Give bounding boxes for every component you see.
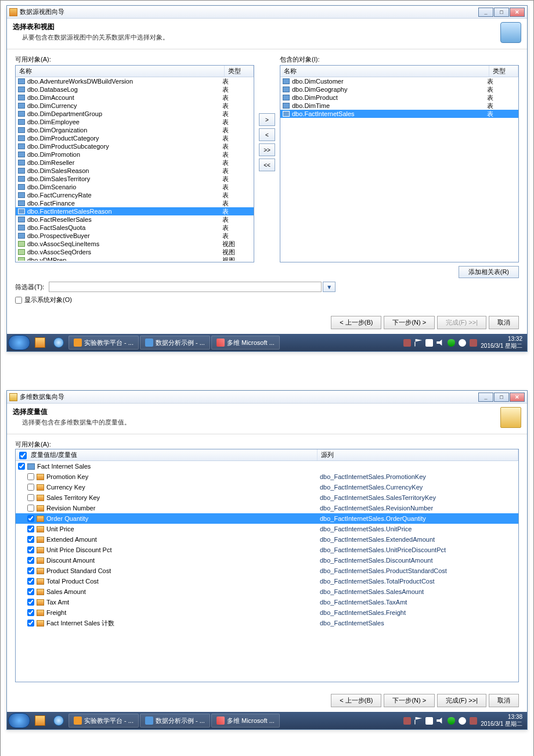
measure-checkbox[interactable] (27, 484, 34, 491)
taskbar-app-analysis[interactable]: 数据分析示例 - ... (140, 714, 210, 728)
measure-checkbox[interactable] (27, 505, 34, 512)
maximize-button[interactable]: □ (494, 393, 509, 402)
measure-row[interactable]: Promotion Keydbo_FactInternetSales.Promo… (16, 471, 518, 482)
tray-clock-icon[interactable] (459, 717, 466, 725)
move-left-button[interactable]: < (259, 128, 275, 141)
tray-disk-icon[interactable] (403, 339, 411, 347)
measure-checkbox[interactable] (27, 567, 34, 574)
measure-row[interactable]: Sales Amountdbo_FactInternetSales.SalesA… (16, 586, 518, 597)
table-row[interactable]: dbo.AdventureWorksDWBuildVersion表 (16, 77, 254, 85)
table-row[interactable]: dbo.DimEmployee表 (16, 118, 254, 126)
measure-row[interactable]: Freightdbo_FactInternetSales.Freight (16, 607, 518, 618)
table-row[interactable]: dbo.DimProductSubcategory表 (16, 142, 254, 150)
taskbar-app-msproject[interactable]: 多维 Microsoft ... (211, 714, 280, 728)
table-row[interactable]: dbo.FactCurrencyRate表 (16, 191, 254, 199)
table-row[interactable]: dbo.DimSalesTerritory表 (16, 175, 254, 183)
taskbar-app-lab[interactable]: 实验教学平台 - ... (68, 336, 139, 350)
close-button[interactable]: ✕ (510, 8, 525, 17)
group-checkbox[interactable] (18, 463, 25, 470)
select-all-checkbox[interactable] (19, 452, 27, 459)
cancel-button[interactable]: 取消 (489, 694, 519, 707)
table-row[interactable]: dbo.DimSalesReason表 (16, 167, 254, 175)
table-row[interactable]: dbo.DimAccount表 (16, 93, 254, 102)
table-row[interactable]: dbo.vAssocSeqOrders视图 (16, 248, 254, 256)
start-button[interactable] (8, 335, 30, 350)
minimize-button[interactable]: _ (478, 393, 493, 402)
minimize-button[interactable]: _ (478, 8, 493, 17)
measure-checkbox[interactable] (27, 525, 34, 532)
tray-misc-icon[interactable] (470, 339, 477, 347)
move-all-left-button[interactable]: << (259, 159, 275, 171)
table-row[interactable]: dbo.FactInternetSales表 (280, 110, 518, 118)
next-button[interactable]: 下一步(N) > (384, 694, 435, 707)
taskbar-app-analysis[interactable]: 数据分析示例 - ... (140, 336, 210, 350)
taskbar-clock[interactable]: 13:38 2016/3/1 星期二 (481, 714, 522, 728)
table-row[interactable]: dbo.DimScenario表 (16, 183, 254, 191)
measure-row[interactable]: Product Standard Costdbo_FactInternetSal… (16, 566, 518, 576)
measure-checkbox[interactable] (27, 588, 34, 595)
show-system-objects-checkbox[interactable]: 显示系统对象(O) (15, 296, 519, 304)
taskbar[interactable]: 实验教学平台 - ... 数据分析示例 - ... 多维 Microsoft .… (7, 712, 527, 729)
included-listbox[interactable]: 名称 类型 dbo.DimCustomer表dbo.DimGeography表d… (280, 65, 519, 262)
table-row[interactable]: dbo.FactResellerSales表 (16, 215, 254, 224)
table-row[interactable]: dbo.DimOrganization表 (16, 126, 254, 134)
taskbar-suit-icon[interactable] (31, 713, 49, 728)
tray-network-icon[interactable] (425, 717, 433, 725)
table-row[interactable]: dbo.DimTime表 (280, 102, 518, 110)
measure-checkbox[interactable] (27, 515, 34, 522)
taskbar-ie-icon[interactable] (50, 335, 67, 350)
measure-row[interactable]: Sales Territory Keydbo_FactInternetSales… (16, 492, 518, 503)
table-row[interactable]: dbo.vDMPrep视图 (16, 256, 254, 261)
measure-checkbox[interactable] (27, 494, 34, 501)
show-system-objects-input[interactable] (15, 297, 22, 304)
name-column-header[interactable]: 名称 (280, 66, 489, 77)
measure-row[interactable]: Unit Price Discount Pctdbo_FactInternetS… (16, 545, 518, 555)
tray-flag-icon[interactable] (414, 339, 422, 347)
measure-row[interactable]: Extended Amountdbo_FactInternetSales.Ext… (16, 534, 518, 545)
move-all-right-button[interactable]: >> (259, 143, 275, 156)
taskbar-clock[interactable]: 13:32 2016/3/1 星期二 (481, 336, 522, 350)
measures-table[interactable]: 度量值组/度量值 源列 Fact Internet SalesPromotion… (15, 449, 519, 682)
tray-flag-icon[interactable] (414, 717, 422, 725)
name-column-header[interactable]: 名称 (16, 66, 225, 77)
tray-clock-icon[interactable] (459, 339, 466, 347)
taskbar-app-lab[interactable]: 实验教学平台 - ... (68, 714, 139, 728)
taskbar-suit-icon[interactable] (31, 335, 49, 350)
back-button[interactable]: < 上一步(B) (331, 316, 381, 329)
table-row[interactable]: dbo.DimPromotion表 (16, 150, 254, 159)
table-row[interactable]: dbo.DimCurrency表 (16, 102, 254, 110)
table-row[interactable]: dbo.FactSalesQuota表 (16, 224, 254, 232)
table-row[interactable]: dbo.FactFinance表 (16, 199, 254, 207)
next-button[interactable]: 下一步(N) > (384, 316, 435, 329)
measure-row[interactable]: Fact Internet Sales 计数dbo_FactInternetSa… (16, 618, 518, 628)
titlebar[interactable]: 数据源视图向导 _ □ ✕ (7, 6, 527, 19)
tray-disk-icon[interactable] (403, 717, 411, 725)
filter-input[interactable] (49, 282, 322, 292)
available-listbox[interactable]: 名称 类型 dbo.AdventureWorksDWBuildVersion表d… (15, 65, 254, 262)
table-row[interactable]: dbo.DimProductCategory表 (16, 134, 254, 142)
measure-row[interactable]: Currency Keydbo_FactInternetSales.Curren… (16, 482, 518, 492)
source-col-header[interactable]: 源列 (317, 449, 518, 460)
measure-checkbox[interactable] (27, 609, 34, 616)
measure-group-row[interactable]: Fact Internet Sales (16, 461, 518, 471)
tray-volume-icon[interactable] (436, 717, 444, 725)
table-row[interactable]: dbo.DimCustomer表 (280, 77, 518, 85)
measure-row[interactable]: Total Product Costdbo_FactInternetSales.… (16, 576, 518, 586)
cancel-button[interactable]: 取消 (489, 316, 519, 329)
measure-checkbox[interactable] (27, 546, 34, 553)
type-column-header[interactable]: 类型 (489, 66, 518, 77)
measure-checkbox[interactable] (27, 578, 34, 585)
measure-row[interactable]: Discount Amountdbo_FactInternetSales.Dis… (16, 555, 518, 566)
table-row[interactable]: dbo.vAssocSeqLineItems视图 (16, 240, 254, 248)
tray-shield-icon[interactable] (448, 339, 455, 347)
tray-volume-icon[interactable] (436, 339, 444, 347)
measure-row[interactable]: Revision Numberdbo_FactInternetSales.Rev… (16, 503, 518, 513)
tray-shield-icon[interactable] (448, 717, 455, 725)
table-row[interactable]: dbo.ProspectiveBuyer表 (16, 232, 254, 240)
move-right-button[interactable]: > (259, 113, 275, 126)
measure-row[interactable]: Unit Pricedbo_FactInternetSales.UnitPric… (16, 524, 518, 534)
taskbar[interactable]: 实验教学平台 - ... 数据分析示例 - ... 多维 Microsoft .… (7, 334, 527, 351)
table-row[interactable]: dbo.FactInternetSalesReason表 (16, 207, 254, 215)
measure-checkbox[interactable] (27, 473, 34, 480)
titlebar[interactable]: 多维数据集向导 _ □ ✕ (7, 391, 527, 404)
